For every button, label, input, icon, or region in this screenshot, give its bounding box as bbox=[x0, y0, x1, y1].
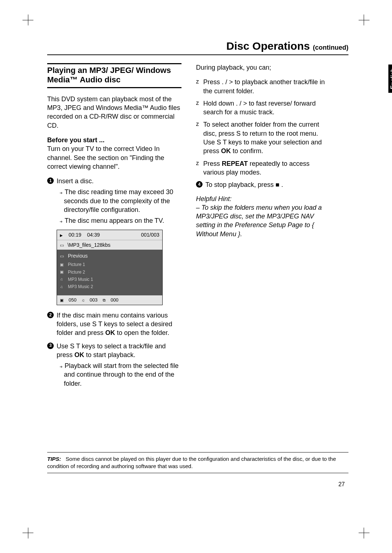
time-elapsed: 00:19 bbox=[69, 232, 81, 238]
bullet-item: Hold down . / > to fast reverse/ forward… bbox=[196, 99, 330, 117]
tips-label: TIPS: bbox=[47, 456, 61, 462]
video-icon bbox=[103, 297, 106, 303]
disc-menu-path: \MP3_files_128kbs bbox=[57, 240, 162, 250]
before-you-start: Before you start ... Turn on your TV to … bbox=[47, 136, 181, 171]
list-item-label: Previous bbox=[68, 253, 87, 259]
crop-mark bbox=[23, 528, 33, 538]
ok-key: OK bbox=[105, 329, 115, 336]
during-playback: During playback, you can; bbox=[196, 63, 330, 72]
list-item-label: Picture 2 bbox=[68, 269, 85, 275]
folder-icon bbox=[60, 242, 64, 249]
before-text: Turn on your TV to the correct Video In … bbox=[47, 145, 164, 170]
path-text: \MP3_files_128kbs bbox=[68, 242, 110, 249]
music-icon bbox=[60, 284, 65, 290]
hint-label: Helpful Hint: bbox=[196, 195, 232, 202]
step-4: 4 To stop playback, press ■ . bbox=[196, 180, 330, 189]
step-badge-2: 2 bbox=[47, 312, 54, 318]
page-content: Disc Operations (continued) Playing an M… bbox=[47, 40, 348, 392]
repeat-key: REPEAT bbox=[222, 160, 248, 167]
tips-text: Some discs cannot be played on this play… bbox=[47, 456, 336, 469]
picture-icon bbox=[60, 269, 65, 275]
before-label: Before you start ... bbox=[47, 136, 105, 144]
footer-music: 003 bbox=[90, 297, 98, 303]
bullet-item: Press . / > to playback another track/fi… bbox=[196, 78, 330, 95]
footer-video: 000 bbox=[111, 297, 119, 303]
crop-mark bbox=[359, 528, 369, 538]
disc-menu-illustration: 00:19 04:39 001/003 \MP3_files_128kbs Pr… bbox=[57, 230, 163, 305]
ok-key: OK bbox=[74, 351, 84, 359]
list-item: Picture 1 bbox=[60, 261, 159, 268]
page-number: 27 bbox=[338, 481, 345, 488]
folder-icon bbox=[60, 253, 65, 259]
hint-text: – To skip the folders menu when you load… bbox=[196, 204, 322, 238]
bullet-text-a: Press bbox=[203, 160, 222, 167]
time-total: 04:39 bbox=[87, 232, 100, 238]
picture-icon bbox=[60, 262, 65, 267]
bullet-item: Press REPEAT repeatedly to access variou… bbox=[196, 159, 330, 177]
crop-mark bbox=[23, 15, 33, 25]
list-item-label: MP3 Music 1 bbox=[68, 276, 93, 282]
step-1: 1 Insert a disc. The disc reading time m… bbox=[47, 177, 181, 225]
list-item-label: MP3 Music 2 bbox=[68, 284, 93, 290]
step-1-sub-1: The disc reading time may exceed 30 seco… bbox=[57, 188, 181, 214]
section-heading: Playing an MP3/ JPEG/ Windows Media™ Aud… bbox=[47, 63, 181, 88]
music-icon bbox=[60, 276, 65, 282]
step-3-sub: Playback will start from the selected fi… bbox=[57, 361, 181, 388]
step-3: 3 Use S T keys to select a track/file an… bbox=[47, 342, 181, 388]
disc-menu-body: Previous Picture 1 Picture 2 MP3 Music 1… bbox=[57, 250, 162, 295]
language-tab: English bbox=[388, 65, 392, 93]
play-icon bbox=[60, 232, 63, 238]
step-badge-3: 3 bbox=[47, 343, 54, 349]
music-icon bbox=[82, 297, 85, 303]
title-continued: (continued) bbox=[313, 44, 348, 51]
step-1-text: Insert a disc. bbox=[57, 177, 94, 185]
disc-menu-header: 00:19 04:39 001/003 bbox=[57, 230, 162, 240]
footer-pics: 050 bbox=[69, 297, 77, 303]
step-1-sub-2: The disc menu appears on the TV. bbox=[57, 216, 181, 225]
step-4-text: To stop playback, press ■ . bbox=[205, 181, 283, 188]
right-column: During playback, you can; Press . / > to… bbox=[196, 63, 330, 392]
list-item: Previous bbox=[60, 252, 159, 260]
helpful-hint: Helpful Hint: – To skip the folders menu… bbox=[196, 194, 330, 238]
list-item: MP3 Music 2 bbox=[60, 283, 159, 290]
step-badge-4: 4 bbox=[196, 181, 203, 188]
step-3-text-b: to start playback. bbox=[84, 351, 135, 359]
picture-icon bbox=[60, 297, 64, 303]
bullet-item: To select another folder from the curren… bbox=[196, 120, 330, 155]
ok-key: OK bbox=[221, 147, 231, 155]
step-badge-1: 1 bbox=[47, 177, 54, 184]
list-item: MP3 Music 1 bbox=[60, 276, 159, 283]
disc-menu-footer: 050 003 000 bbox=[57, 295, 162, 305]
tips-footer: TIPS: Some discs cannot be played on thi… bbox=[47, 452, 348, 474]
list-item-label: Picture 1 bbox=[68, 262, 85, 267]
left-column: Playing an MP3/ JPEG/ Windows Media™ Aud… bbox=[47, 63, 181, 392]
title-main: Disc Operations bbox=[226, 40, 310, 52]
step-2-text-b: to open the folder. bbox=[115, 329, 169, 336]
track-index: 001/003 bbox=[141, 232, 159, 238]
list-item: Picture 2 bbox=[60, 269, 159, 276]
page-title: Disc Operations (continued) bbox=[47, 40, 348, 55]
bullet-text-b: to confirm. bbox=[231, 147, 263, 155]
intro-paragraph: This DVD system can playback most of the… bbox=[47, 95, 181, 130]
step-2: 2 If the disc main menu contains various… bbox=[47, 311, 181, 337]
crop-mark bbox=[359, 15, 369, 25]
